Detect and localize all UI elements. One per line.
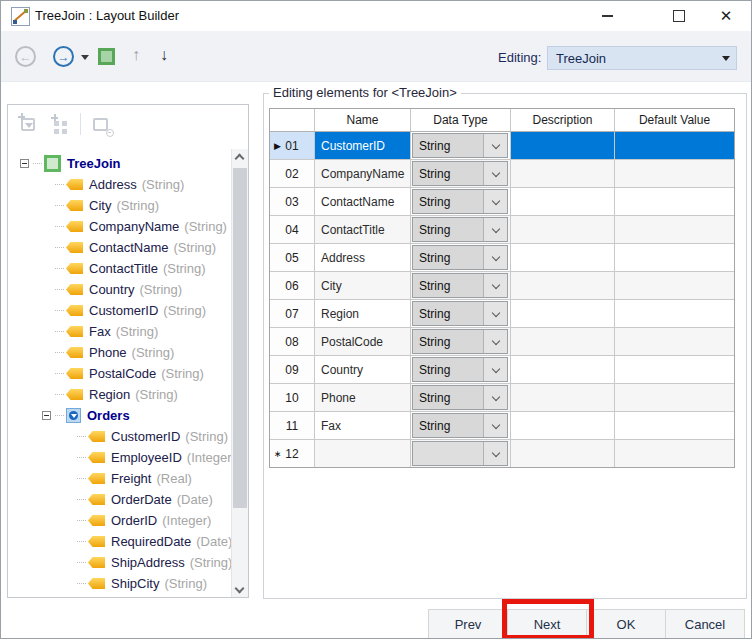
cell-defaultvalue[interactable] xyxy=(615,412,734,439)
tree-item-orders[interactable]: Orders xyxy=(8,405,231,426)
data-type-dropdown-button[interactable] xyxy=(483,162,507,185)
cell-description[interactable] xyxy=(511,272,615,299)
cell-defaultvalue[interactable] xyxy=(615,188,734,215)
cell-name[interactable]: CompanyName xyxy=(315,160,411,187)
maximize-button[interactable] xyxy=(662,1,696,30)
data-type-select[interactable]: String xyxy=(412,273,508,298)
cell-defaultvalue[interactable] xyxy=(615,440,734,467)
data-type-select[interactable]: String xyxy=(412,245,508,270)
node-tool-button[interactable] xyxy=(98,48,115,65)
cell-defaultvalue[interactable] xyxy=(615,132,734,159)
table-row[interactable]: 10PhoneString xyxy=(270,384,734,412)
cell-name[interactable]: Country xyxy=(315,356,411,383)
data-type-dropdown-button[interactable] xyxy=(483,190,507,213)
table-row[interactable]: 04ContactTitleString xyxy=(270,216,734,244)
tree-item-customerid[interactable]: CustomerID(String) xyxy=(8,426,231,447)
tree-item-orderdate[interactable]: OrderDate(Date) xyxy=(8,489,231,510)
cell-defaultvalue[interactable] xyxy=(615,300,734,327)
tree-item-country[interactable]: Country(String) xyxy=(8,279,231,300)
data-type-dropdown-button[interactable] xyxy=(483,442,507,465)
tree-item-postalcode[interactable]: PostalCode(String) xyxy=(8,363,231,384)
tree-item-fax[interactable]: Fax(String) xyxy=(8,321,231,342)
data-type-select[interactable]: String xyxy=(412,413,508,438)
editing-combobox[interactable]: TreeJoin xyxy=(547,46,737,70)
row-header-cell[interactable]: 05 xyxy=(270,244,315,271)
back-button[interactable]: ← xyxy=(15,46,36,67)
tree-item-region[interactable]: Region(String) xyxy=(8,384,231,405)
minimize-button[interactable] xyxy=(590,1,624,30)
cell-name[interactable]: Phone xyxy=(315,384,411,411)
cancel-button[interactable]: Cancel xyxy=(665,609,745,639)
data-type-dropdown-button[interactable] xyxy=(483,414,507,437)
column-header-description[interactable]: Description xyxy=(511,109,615,131)
cell-description[interactable] xyxy=(511,328,615,355)
tree-item-customerid[interactable]: CustomerID(String) xyxy=(8,300,231,321)
row-header-cell[interactable]: 03 xyxy=(270,188,315,215)
data-type-dropdown-button[interactable] xyxy=(483,386,507,409)
cell-defaultvalue[interactable] xyxy=(615,160,734,187)
cell-defaultvalue[interactable] xyxy=(615,244,734,271)
cell-defaultvalue[interactable] xyxy=(615,328,734,355)
cell-description[interactable] xyxy=(511,356,615,383)
cell-description[interactable] xyxy=(511,160,615,187)
data-type-select[interactable]: String xyxy=(412,385,508,410)
add-fields-button[interactable] xyxy=(50,113,74,137)
data-type-dropdown-button[interactable] xyxy=(483,358,507,381)
cell-name[interactable]: PostalCode xyxy=(315,328,411,355)
data-type-select[interactable] xyxy=(412,441,508,466)
cell-description[interactable] xyxy=(511,412,615,439)
cell-name[interactable]: Fax xyxy=(315,412,411,439)
row-header-cell[interactable]: 06 xyxy=(270,272,315,299)
cell-name[interactable]: ContactName xyxy=(315,188,411,215)
data-type-dropdown-button[interactable] xyxy=(483,330,507,353)
row-header-cell[interactable]: ∗12 xyxy=(270,440,315,467)
cell-defaultvalue[interactable] xyxy=(615,216,734,243)
row-header-cell[interactable]: 11 xyxy=(270,412,315,439)
cell-defaultvalue[interactable] xyxy=(615,384,734,411)
tree-item-address[interactable]: Address(String) xyxy=(8,174,231,195)
cell-description[interactable] xyxy=(511,300,615,327)
row-header-cell[interactable]: 08 xyxy=(270,328,315,355)
cell-name[interactable]: Address xyxy=(315,244,411,271)
tree-item-requireddate[interactable]: RequiredDate(Date) xyxy=(8,531,231,552)
scrollbar-up-icon[interactable] xyxy=(235,154,245,164)
table-row[interactable]: ▶01CustomerIDString xyxy=(270,132,734,160)
row-header-cell[interactable]: 07 xyxy=(270,300,315,327)
data-type-select[interactable]: String xyxy=(412,161,508,186)
table-row[interactable]: 07RegionString xyxy=(270,300,734,328)
table-row[interactable]: 09CountryString xyxy=(270,356,734,384)
tree-item-phone[interactable]: Phone(String) xyxy=(8,342,231,363)
table-row[interactable]: 05AddressString xyxy=(270,244,734,272)
row-header-cell[interactable]: 10 xyxy=(270,384,315,411)
tree-item-contactname[interactable]: ContactName(String) xyxy=(8,237,231,258)
data-type-dropdown-button[interactable] xyxy=(483,134,507,157)
scrollbar-thumb[interactable] xyxy=(233,168,247,508)
ok-button[interactable]: OK xyxy=(586,609,666,639)
prev-button[interactable]: Prev xyxy=(428,609,508,639)
row-header-cell[interactable]: ▶01 xyxy=(270,132,315,159)
cell-name[interactable]: Region xyxy=(315,300,411,327)
cell-defaultvalue[interactable] xyxy=(615,356,734,383)
move-up-button[interactable]: ↑ xyxy=(132,46,140,64)
close-button[interactable]: ✕ xyxy=(709,1,743,30)
cell-description[interactable] xyxy=(511,440,615,467)
row-header-cell[interactable]: 04 xyxy=(270,216,315,243)
next-button[interactable]: Next xyxy=(507,609,587,639)
collapse-expander-icon[interactable] xyxy=(20,159,29,168)
cell-description[interactable] xyxy=(511,244,615,271)
cell-name[interactable]: ContactTitle xyxy=(315,216,411,243)
row-header-cell[interactable]: 09 xyxy=(270,356,315,383)
tree-item-shipaddress[interactable]: ShipAddress(String) xyxy=(8,552,231,573)
column-header-datatype[interactable]: Data Type xyxy=(411,109,511,131)
table-row[interactable]: 08PostalCodeString xyxy=(270,328,734,356)
data-type-dropdown-button[interactable] xyxy=(483,274,507,297)
tree-item-companyname[interactable]: CompanyName(String) xyxy=(8,216,231,237)
cell-name[interactable]: CustomerID xyxy=(315,132,411,159)
data-type-select[interactable]: String xyxy=(412,301,508,326)
table-row[interactable]: ∗12 xyxy=(270,440,734,467)
cell-description[interactable] xyxy=(511,188,615,215)
cell-description[interactable] xyxy=(511,384,615,411)
forward-button[interactable]: → xyxy=(53,46,74,67)
delete-node-button[interactable] xyxy=(90,113,114,137)
cell-description[interactable] xyxy=(511,132,615,159)
